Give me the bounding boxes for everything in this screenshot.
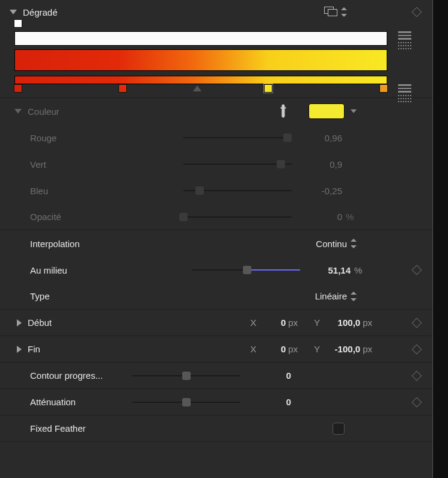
distribute-icon[interactable] xyxy=(398,31,411,40)
color-stop-selected[interactable] xyxy=(264,84,272,93)
debut-row: Début X 0 px Y 100,0 px xyxy=(0,310,432,336)
keyframe-diamond[interactable] xyxy=(412,397,422,407)
rouge-slider[interactable] xyxy=(183,137,292,138)
type-value[interactable]: Linéaire xyxy=(305,291,347,301)
px-unit: px xyxy=(363,344,372,354)
disclosure-color[interactable] xyxy=(14,109,22,114)
opacite-value[interactable]: 0 xyxy=(300,212,342,222)
keyframe-diamond[interactable] xyxy=(412,370,422,381)
result-gradient-bar xyxy=(14,76,387,84)
debut-x-value[interactable]: 0 xyxy=(258,317,286,328)
opacity-gradient-bar[interactable] xyxy=(14,31,387,46)
preset-icon xyxy=(324,7,337,17)
fixed-feather-label: Fixed Feather xyxy=(30,423,86,434)
fin-row: Fin X 0 px Y -100,0 px xyxy=(0,336,432,363)
disclosure-debut[interactable] xyxy=(17,319,22,326)
bleu-label: Bleu xyxy=(30,186,96,196)
opacite-label: Opacité xyxy=(30,212,96,222)
opacite-slider[interactable] xyxy=(183,216,292,218)
keyframe-diamond[interactable] xyxy=(412,7,422,17)
y-label: Y xyxy=(312,344,322,354)
x-label: X xyxy=(248,344,258,354)
fin-y-value[interactable]: -100,0 xyxy=(322,344,360,354)
px-unit: px xyxy=(288,344,298,354)
gradient-editor xyxy=(0,24,432,98)
fixed-feather-checkbox[interactable] xyxy=(333,423,345,435)
updown-arrows-icon[interactable] xyxy=(351,292,357,301)
rouge-value[interactable]: 0,96 xyxy=(300,133,342,143)
bleu-value[interactable]: -0,25 xyxy=(300,186,342,196)
x-label: X xyxy=(248,317,258,328)
color-stop[interactable] xyxy=(14,84,22,93)
contour-value[interactable]: 0 xyxy=(249,370,291,381)
interpolation-label: Interpolation xyxy=(30,239,80,249)
contour-row: Contour progres... 0 xyxy=(0,363,432,389)
px-unit: px xyxy=(288,317,298,328)
updown-arrows-icon[interactable] xyxy=(351,239,357,248)
keyframe-diamond[interactable] xyxy=(412,344,422,354)
keyframe-diamond[interactable] xyxy=(412,317,422,328)
au-milieu-label: Au milieu xyxy=(30,265,96,275)
fin-x-value[interactable]: 0 xyxy=(258,344,286,354)
debut-label: Début xyxy=(28,317,88,328)
disclosure-gradient[interactable] xyxy=(10,10,17,14)
opacite-row: Opacité 0 % xyxy=(0,204,432,230)
chevron-down-icon[interactable] xyxy=(351,109,357,113)
color-stop[interactable] xyxy=(118,84,127,93)
fin-label: Fin xyxy=(28,344,88,354)
midpoint-stop[interactable] xyxy=(193,85,201,91)
au-milieu-row: Au milieu 51,14 % xyxy=(0,257,432,283)
attenuation-value[interactable]: 0 xyxy=(249,397,291,407)
color-section-header: Couleur xyxy=(0,98,432,124)
contour-slider[interactable] xyxy=(132,375,241,376)
bleu-row: Bleu -0,25 xyxy=(0,177,432,204)
preset-menu[interactable] xyxy=(324,7,347,17)
vert-value[interactable]: 0,9 xyxy=(300,159,342,170)
fixed-feather-row: Fixed Feather xyxy=(0,415,432,442)
color-gradient-bar[interactable] xyxy=(14,49,387,71)
disclosure-fin[interactable] xyxy=(17,346,22,353)
attenuation-label: Atténuation xyxy=(30,397,132,407)
interpolation-row: Interpolation Continu xyxy=(0,230,432,257)
section-title: Dégradé xyxy=(23,7,58,17)
type-label: Type xyxy=(30,291,50,301)
opacite-unit: % xyxy=(346,212,363,222)
inspector-panel: Dégradé xyxy=(0,0,433,478)
bleu-slider[interactable] xyxy=(183,190,292,191)
interpolation-value[interactable]: Continu xyxy=(305,239,347,249)
rouge-row: Rouge 0,96 xyxy=(0,124,432,151)
au-milieu-unit: % xyxy=(354,265,371,275)
vert-slider[interactable] xyxy=(183,164,292,165)
vert-label: Vert xyxy=(30,159,96,170)
attenuation-slider[interactable] xyxy=(132,402,241,403)
color-stop[interactable] xyxy=(379,84,388,93)
au-milieu-value[interactable]: 51,14 xyxy=(308,265,351,275)
keyframe-diamond[interactable] xyxy=(412,265,422,275)
debut-y-value[interactable]: 100,0 xyxy=(322,317,360,328)
eyedropper-icon[interactable] xyxy=(273,101,293,121)
type-row: Type Linéaire xyxy=(0,283,432,310)
distribute-dashed-icon[interactable] xyxy=(398,42,411,49)
vert-row: Vert 0,9 xyxy=(0,151,432,177)
contour-label: Contour progres... xyxy=(30,370,132,381)
updown-arrows-icon xyxy=(341,7,347,17)
section-header-gradient: Dégradé xyxy=(0,0,432,24)
y-label: Y xyxy=(312,317,322,328)
rouge-label: Rouge xyxy=(30,133,96,143)
opacity-stop[interactable] xyxy=(14,19,22,28)
distribute-icon[interactable] xyxy=(398,84,411,93)
color-label: Couleur xyxy=(28,106,60,117)
attenuation-row: Atténuation 0 xyxy=(0,389,432,415)
px-unit: px xyxy=(363,317,372,328)
au-milieu-slider[interactable] xyxy=(192,269,300,271)
color-stop-row xyxy=(14,84,387,95)
color-swatch[interactable] xyxy=(308,103,345,119)
